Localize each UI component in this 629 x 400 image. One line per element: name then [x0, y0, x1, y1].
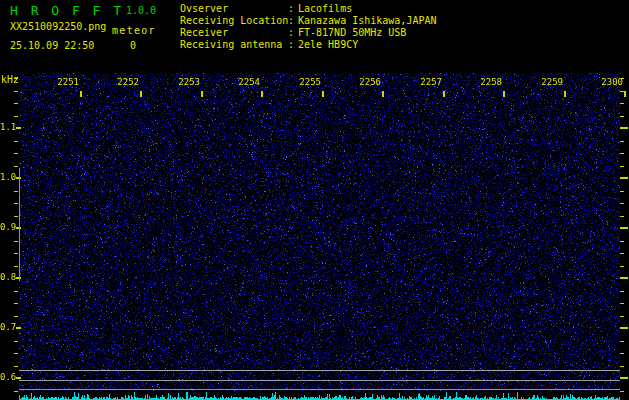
time-tick-2256 [382, 91, 384, 97]
time-tick-2257 [443, 91, 445, 97]
freq-minor-tick-left [14, 366, 18, 367]
freq-minor-tick-left [14, 303, 18, 304]
freq-minor-tick-left [14, 191, 18, 192]
freq-label-0.6: 0.6 [0, 372, 15, 382]
freq-minor-tick-right [620, 266, 624, 267]
freq-major-tick-right [620, 127, 628, 129]
info-label: Receiving antenna [180, 39, 288, 51]
freq-minor-tick-left [14, 166, 18, 167]
freq-minor-tick-right [620, 291, 624, 292]
time-label-2251: 2251 [51, 77, 79, 87]
time-label-2253: 2253 [172, 77, 200, 87]
freq-minor-tick-left [14, 78, 18, 79]
freq-minor-tick-right [620, 203, 624, 204]
signal-level-trace-canvas [19, 391, 620, 400]
freq-major-tick-right [620, 277, 628, 279]
info-value: Lacofilms [298, 3, 352, 14]
freq-minor-tick-right [620, 353, 624, 354]
carrier-line-0p62khz [19, 370, 620, 371]
info-colon: : [288, 27, 298, 39]
info-label: Ovserver [180, 3, 288, 15]
freq-minor-tick-right [620, 78, 624, 79]
freq-label-1.0: 1.0 [0, 172, 15, 182]
app-version: 1.0.0 [126, 5, 156, 16]
freq-major-tick-right [620, 227, 628, 229]
output-filename: XX2510092250.png [10, 21, 106, 32]
info-value: Kanazawa Ishikawa,JAPAN [298, 15, 436, 26]
time-label-2252: 2252 [111, 77, 139, 87]
time-label-2256: 2256 [353, 77, 381, 87]
freq-minor-tick-right [620, 91, 624, 92]
freq-minor-tick-left [14, 141, 18, 142]
left-edge-artifact-line [19, 168, 20, 281]
freq-minor-tick-right [620, 241, 624, 242]
freq-minor-tick-right [620, 153, 624, 154]
freq-major-tick-left [16, 127, 21, 129]
freq-minor-tick-left [14, 116, 18, 117]
carrier-line-0p60khz [19, 380, 620, 381]
freq-minor-tick-left [14, 203, 18, 204]
freq-major-tick-left [16, 377, 21, 379]
time-tick-2258 [503, 91, 505, 97]
freq-minor-tick-left [14, 103, 18, 104]
freq-minor-tick-left [14, 91, 18, 92]
time-tick-2251 [80, 91, 82, 97]
info-colon: : [288, 15, 298, 27]
freq-minor-tick-right [620, 116, 624, 117]
freq-major-tick-right [620, 377, 628, 379]
freq-minor-tick-right [620, 316, 624, 317]
freq-minor-tick-right [620, 191, 624, 192]
time-label-2300: 2300 [595, 77, 623, 87]
freq-minor-tick-right [620, 366, 624, 367]
freq-label-0.9: 0.9 [0, 222, 15, 232]
freq-minor-tick-left [14, 316, 18, 317]
freq-label-1.1: 1.1 [0, 122, 15, 132]
station-info-block: Ovserver:Lacofilms Receiving Location:Ka… [180, 3, 436, 51]
time-label-2257: 2257 [414, 77, 442, 87]
freq-minor-tick-right [620, 103, 624, 104]
mode-label: meteor [112, 25, 156, 36]
info-row-location: Receiving Location:Kanazawa Ishikawa,JAP… [180, 15, 436, 27]
info-label: Receiving Location [180, 15, 288, 27]
freq-minor-tick-right [620, 341, 624, 342]
freq-minor-tick-left [14, 391, 18, 392]
info-value: 2ele HB9CY [298, 39, 358, 50]
time-label-2254: 2254 [232, 77, 260, 87]
freq-minor-tick-left [14, 291, 18, 292]
freq-minor-tick-left [14, 353, 18, 354]
freq-minor-tick-left [14, 341, 18, 342]
carrier-line-0p58khz [19, 389, 620, 390]
freq-minor-tick-left [14, 153, 18, 154]
info-row-antenna: Receiving antenna:2ele HB9CY [180, 39, 436, 51]
freq-minor-tick-left [14, 253, 18, 254]
freq-minor-tick-left [14, 266, 18, 267]
freq-minor-tick-right [620, 141, 624, 142]
time-label-2259: 2259 [535, 77, 563, 87]
info-label: Receiver [180, 27, 288, 39]
time-tick-2254 [261, 91, 263, 97]
info-colon: : [288, 39, 298, 51]
time-tick-2255 [322, 91, 324, 97]
app-title: H R O F F T [10, 3, 124, 18]
time-label-2258: 2258 [474, 77, 502, 87]
spectrogram-noise-canvas [19, 73, 620, 391]
meteor-count: 0 [126, 40, 140, 51]
freq-major-tick-left [16, 327, 21, 329]
freq-minor-tick-right [620, 303, 624, 304]
freq-minor-tick-right [620, 253, 624, 254]
freq-axis-unit: kHz [1, 74, 19, 85]
freq-minor-tick-left [14, 216, 18, 217]
time-tick-2300 [624, 91, 626, 97]
freq-minor-tick-right [620, 166, 624, 167]
freq-label-0.8: 0.8 [0, 272, 15, 282]
freq-label-0.7: 0.7 [0, 322, 15, 332]
time-tick-2252 [140, 91, 142, 97]
info-colon: : [288, 3, 298, 15]
freq-minor-tick-right [620, 391, 624, 392]
freq-minor-tick-right [620, 216, 624, 217]
timestamp: 25.10.09 22:50 [10, 40, 94, 51]
freq-major-tick-right [620, 177, 628, 179]
freq-minor-tick-left [14, 241, 18, 242]
time-tick-2259 [564, 91, 566, 97]
time-tick-2253 [201, 91, 203, 97]
